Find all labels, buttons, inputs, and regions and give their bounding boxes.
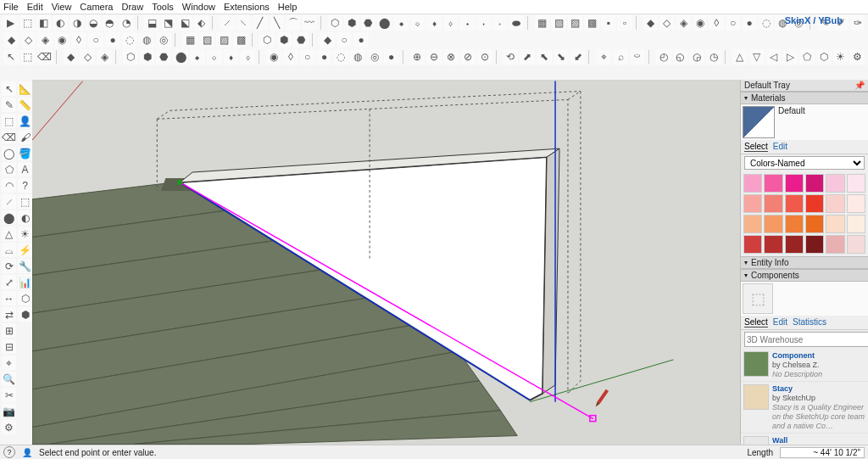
toolbar-button[interactable]: ⬤	[377, 15, 392, 31]
toolbar-button[interactable]: ▧	[551, 15, 565, 31]
toolbar-button[interactable]: ⌔	[630, 49, 645, 64]
toolbar-button[interactable]: ◍	[350, 49, 365, 64]
left-tool-button[interactable]: ✎	[2, 98, 16, 112]
toolbar-button[interactable]: ◔	[119, 15, 133, 31]
material-swatch[interactable]	[743, 215, 762, 233]
left-tool-button[interactable]: △	[2, 227, 16, 241]
left-tool-button[interactable]: ⌓	[2, 243, 16, 257]
toolbar-button[interactable]: ▦	[182, 32, 198, 48]
toolbar-button[interactable]: ╱	[253, 15, 267, 31]
materials-tab-select[interactable]: Select	[744, 142, 768, 152]
left-tool-button[interactable]: 📐	[18, 81, 32, 96]
viewport-3d[interactable]	[32, 80, 741, 445]
toolbar-button[interactable]: ●	[384, 49, 399, 64]
toolbar-button[interactable]: ◉	[693, 15, 707, 31]
toolbar-button[interactable]: ▷	[782, 49, 798, 64]
menu-tools[interactable]: Tools	[152, 2, 174, 12]
toolbar-button[interactable]: ⟍	[236, 15, 251, 31]
toolbar-button[interactable]: ◈	[676, 15, 691, 31]
toolbar-button[interactable]: ⬦	[410, 15, 425, 31]
left-tool-button[interactable]: ⬡	[18, 291, 32, 305]
toolbar-button[interactable]: ⬣	[293, 32, 309, 48]
toolbar-button[interactable]: ⬡	[328, 15, 342, 31]
menu-help[interactable]: Help	[278, 2, 298, 12]
toolbar-button[interactable]: ◊	[283, 49, 298, 64]
toolbar-button[interactable]: ⬡	[816, 49, 832, 64]
toolbar-button[interactable]: ◈	[37, 32, 53, 48]
toolbar-button[interactable]: ○	[726, 15, 740, 31]
material-swatch[interactable]	[764, 174, 782, 193]
left-tool-button[interactable]: ⬠	[2, 162, 16, 176]
toolbar-button[interactable]: ◌	[333, 49, 348, 64]
left-tool-button[interactable]: ⬤	[2, 210, 16, 225]
toolbar-button[interactable]: ◍	[139, 32, 154, 48]
toolbar-button[interactable]: ⬈	[520, 49, 535, 64]
left-tool-button[interactable]: ⊞	[2, 323, 16, 338]
left-tool-button[interactable]: A	[18, 162, 32, 176]
warehouse-search-input[interactable]	[744, 332, 868, 347]
materials-collection-dropdown[interactable]: Colors-Named	[744, 156, 865, 170]
toolbar-button[interactable]: ◇	[80, 49, 95, 64]
material-swatch[interactable]	[805, 194, 824, 213]
toolbar-button[interactable]: ⊗	[443, 49, 459, 64]
toolbar-button[interactable]: ◆	[643, 15, 658, 31]
left-tool-button[interactable]: ⇄	[2, 307, 16, 322]
menu-draw[interactable]: Draw	[121, 2, 143, 12]
toolbar-button[interactable]: ⬋	[570, 49, 586, 64]
menu-window[interactable]: Window	[182, 2, 215, 12]
toolbar-button[interactable]: ◵	[673, 49, 688, 64]
toolbar-button[interactable]: ▨	[216, 32, 231, 48]
toolbar-button[interactable]: ⬨	[240, 49, 255, 64]
toolbar-button[interactable]: ⬥	[394, 15, 409, 31]
left-tool-button[interactable]: ◠	[2, 178, 16, 193]
toolbar-button[interactable]: ◎	[156, 32, 171, 48]
toolbar-button[interactable]: ◇	[659, 15, 674, 31]
toolbar-button[interactable]: ⊘	[460, 49, 476, 64]
toolbar-button[interactable]: ◉	[54, 32, 70, 48]
tray-pin-icon[interactable]: 📌	[854, 81, 865, 90]
toolbar-button[interactable]: ◒	[86, 15, 100, 31]
toolbar-button[interactable]: ◷	[706, 49, 721, 64]
toolbar-button[interactable]: ⬢	[276, 32, 292, 48]
toolbar-button[interactable]: ◆	[64, 49, 79, 64]
toolbar-button[interactable]: ⬩	[459, 15, 474, 31]
warehouse-item[interactable]: Componentby Chelsea Z.No Description	[741, 349, 868, 382]
toolbar-button[interactable]: ◁	[766, 49, 782, 64]
toolbar-button[interactable]: ▧	[199, 32, 214, 48]
material-swatch[interactable]	[743, 174, 762, 193]
toolbar-button[interactable]: ⊙	[477, 49, 492, 64]
material-swatch[interactable]	[785, 235, 804, 254]
left-tool-button[interactable]: ⌫	[2, 130, 16, 144]
components-tab-edit[interactable]: Edit	[773, 317, 787, 327]
toolbar-button[interactable]: ▪	[601, 15, 615, 31]
instructor-icon[interactable]: 👤	[22, 448, 32, 457]
components-panel-header[interactable]: Components	[741, 269, 868, 282]
toolbar-button[interactable]: ☀	[833, 49, 849, 64]
menu-extensions[interactable]: Extensions	[224, 2, 270, 12]
left-tool-button[interactable]: ⚙	[2, 420, 16, 434]
materials-panel-header[interactable]: Materials	[741, 92, 868, 104]
material-swatch[interactable]	[805, 174, 824, 193]
toolbar-button[interactable]: ⊕	[410, 49, 426, 64]
measure-value[interactable]: ~ 44' 10 1/2"	[780, 447, 865, 458]
toolbar-button[interactable]: ◶	[689, 49, 704, 64]
toolbar-button[interactable]: ◎	[367, 49, 382, 64]
toolbar-button[interactable]: ⬣	[156, 49, 171, 64]
toolbar-button[interactable]: ⬥	[190, 49, 205, 64]
left-tool-button[interactable]: ?	[18, 178, 32, 193]
toolbar-button[interactable]: ⬠	[799, 49, 815, 64]
toolbar-button[interactable]: ◆	[3, 32, 19, 48]
toolbar-button[interactable]: ⬡	[123, 49, 138, 64]
toolbar-button[interactable]: ▨	[568, 15, 582, 31]
material-swatch[interactable]	[805, 215, 824, 233]
menu-view[interactable]: View	[52, 2, 72, 12]
left-tool-button[interactable]: 📏	[18, 98, 32, 112]
toolbar-button[interactable]: ◊	[709, 15, 723, 31]
toolbar-button[interactable]: ⬣	[361, 15, 376, 31]
left-tool-button[interactable]: ⬚	[18, 194, 32, 209]
material-swatch[interactable]	[847, 174, 865, 193]
warehouse-item[interactable]: Wallby UnknownNo Description	[741, 434, 868, 445]
entity-info-panel-header[interactable]: Entity Info	[741, 256, 868, 269]
material-swatch[interactable]	[826, 215, 844, 233]
toolbar-button[interactable]: ⬖	[194, 15, 209, 31]
